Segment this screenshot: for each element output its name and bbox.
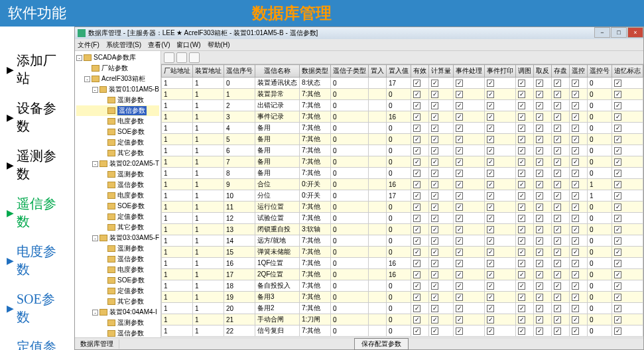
table-row[interactable]: 112出错记录7:其他00✓✓✓✓✓✓✓✓0✓ bbox=[162, 100, 643, 111]
cell[interactable]: ✓ bbox=[411, 168, 429, 179]
cell[interactable]: 1 bbox=[162, 89, 193, 100]
cell[interactable] bbox=[369, 325, 387, 337]
cell[interactable]: ✓ bbox=[612, 292, 643, 303]
tree-node[interactable]: 其它参数 bbox=[76, 222, 159, 233]
cell[interactable]: 0 bbox=[331, 314, 369, 325]
cell[interactable]: 出错记录 bbox=[255, 100, 300, 111]
cell[interactable]: ✓ bbox=[612, 213, 643, 224]
cell[interactable]: ✓ bbox=[552, 145, 570, 156]
checkbox-icon[interactable]: ✓ bbox=[536, 327, 543, 335]
cell[interactable]: 0 bbox=[588, 269, 612, 280]
checkbox-icon[interactable]: ✓ bbox=[518, 226, 525, 233]
close-button[interactable]: × bbox=[627, 27, 643, 38]
cell[interactable]: ✓ bbox=[516, 134, 534, 145]
checkbox-icon[interactable]: ✓ bbox=[536, 113, 543, 121]
cell[interactable]: ✓ bbox=[516, 258, 534, 269]
cell[interactable]: 16 bbox=[387, 258, 411, 269]
cell[interactable]: ✓ bbox=[570, 247, 588, 258]
cell[interactable]: 7:其他 bbox=[300, 100, 331, 111]
checkbox-icon[interactable]: ✓ bbox=[487, 305, 494, 312]
cell[interactable] bbox=[369, 213, 387, 224]
cell[interactable]: 0 bbox=[331, 292, 369, 303]
cell[interactable]: ✓ bbox=[454, 235, 485, 247]
cell[interactable]: 7:其他 bbox=[300, 111, 331, 123]
cell[interactable]: ✓ bbox=[454, 190, 485, 202]
cell[interactable]: 0 bbox=[387, 247, 411, 258]
checkbox-icon[interactable]: ✓ bbox=[431, 80, 438, 87]
cell[interactable]: ✓ bbox=[429, 213, 454, 224]
cell[interactable]: 1 bbox=[162, 179, 193, 190]
cell[interactable]: ✓ bbox=[612, 235, 643, 247]
cell[interactable]: ✓ bbox=[516, 145, 534, 156]
cell[interactable] bbox=[369, 134, 387, 145]
checkbox-icon[interactable]: ✓ bbox=[554, 102, 561, 109]
cell[interactable]: 0 bbox=[387, 235, 411, 247]
checkbox-icon[interactable]: ✓ bbox=[614, 113, 621, 121]
checkbox-icon[interactable]: ✓ bbox=[431, 158, 438, 166]
checkbox-icon[interactable]: ✓ bbox=[431, 271, 438, 278]
cell[interactable]: ✓ bbox=[612, 179, 643, 190]
cell[interactable]: 0 bbox=[588, 213, 612, 224]
cell[interactable]: 1 bbox=[193, 235, 224, 247]
table-row[interactable]: 1121手动合闸1:刀闸00✓✓✓✓✓✓✓✓0✓ bbox=[162, 314, 643, 325]
tree-node[interactable]: 其它参数 bbox=[76, 296, 159, 307]
cell[interactable]: ✓ bbox=[534, 247, 552, 258]
checkbox-icon[interactable]: ✓ bbox=[554, 215, 561, 222]
cell[interactable]: 0 bbox=[387, 224, 411, 235]
tree-node[interactable]: 定值参数 bbox=[76, 211, 159, 222]
cell[interactable]: ✓ bbox=[552, 213, 570, 224]
checkbox-icon[interactable]: ✓ bbox=[413, 327, 420, 335]
cell[interactable]: ✓ bbox=[552, 258, 570, 269]
cell[interactable]: ✓ bbox=[411, 314, 429, 325]
table-row[interactable]: 116备用7:其他00✓✓✓✓✓✓✓✓0✓ bbox=[162, 145, 643, 156]
checkbox-icon[interactable]: ✓ bbox=[554, 113, 561, 121]
cell[interactable]: 0 bbox=[331, 224, 369, 235]
cell[interactable]: ✓ bbox=[534, 123, 552, 134]
checkbox-icon[interactable]: ✓ bbox=[518, 271, 525, 278]
checkbox-icon[interactable]: ✓ bbox=[554, 294, 561, 301]
cell[interactable]: 0 bbox=[588, 89, 612, 100]
cell[interactable]: 7:其他 bbox=[300, 134, 331, 145]
cell[interactable]: 0 bbox=[331, 123, 369, 134]
cell[interactable]: ✓ bbox=[516, 269, 534, 280]
checkbox-icon[interactable]: ✓ bbox=[518, 282, 525, 290]
checkbox-icon[interactable]: ✓ bbox=[456, 147, 463, 154]
cell[interactable]: ✓ bbox=[411, 78, 429, 89]
cell[interactable]: ✓ bbox=[411, 145, 429, 156]
checkbox-icon[interactable]: ✓ bbox=[431, 327, 438, 335]
cell[interactable]: ✓ bbox=[534, 156, 552, 168]
checkbox-icon[interactable]: ✓ bbox=[456, 260, 463, 267]
cell[interactable]: ✓ bbox=[429, 303, 454, 314]
cell[interactable]: 0 bbox=[387, 280, 411, 292]
cell[interactable]: ✓ bbox=[454, 325, 485, 337]
maximize-button[interactable]: □ bbox=[611, 27, 627, 38]
cell[interactable]: 20 bbox=[224, 303, 255, 314]
nav-item-5[interactable]: ▶SOE参数 bbox=[7, 290, 68, 326]
cell[interactable] bbox=[369, 224, 387, 235]
checkbox-icon[interactable]: ✓ bbox=[518, 249, 525, 256]
cell[interactable]: ✓ bbox=[570, 179, 588, 190]
cell[interactable]: ✓ bbox=[552, 280, 570, 292]
cell[interactable]: ✓ bbox=[534, 134, 552, 145]
cell[interactable]: ✓ bbox=[552, 89, 570, 100]
cell[interactable]: 22 bbox=[224, 325, 255, 337]
cell[interactable]: ✓ bbox=[429, 134, 454, 145]
checkbox-icon[interactable]: ✓ bbox=[572, 80, 579, 87]
column-header[interactable]: 计算量 bbox=[429, 65, 454, 78]
cell[interactable]: 0 bbox=[387, 314, 411, 325]
column-header[interactable]: 遥信名称 bbox=[255, 65, 300, 78]
cell[interactable]: 0 bbox=[588, 100, 612, 111]
cell[interactable]: ✓ bbox=[411, 269, 429, 280]
cell[interactable]: ✓ bbox=[552, 179, 570, 190]
checkbox-icon[interactable]: ✓ bbox=[487, 170, 494, 177]
cell[interactable]: ✓ bbox=[429, 111, 454, 123]
cell[interactable]: 16 bbox=[387, 111, 411, 123]
checkbox-icon[interactable]: ✓ bbox=[536, 305, 543, 312]
cell[interactable]: ✓ bbox=[516, 292, 534, 303]
cell[interactable]: 0 bbox=[331, 134, 369, 145]
cell[interactable]: ✓ bbox=[429, 202, 454, 213]
cell[interactable]: 0 bbox=[387, 325, 411, 337]
cell[interactable]: ✓ bbox=[552, 247, 570, 258]
column-header[interactable]: 置入值 bbox=[387, 65, 411, 78]
cell[interactable]: 备用 bbox=[255, 134, 300, 145]
